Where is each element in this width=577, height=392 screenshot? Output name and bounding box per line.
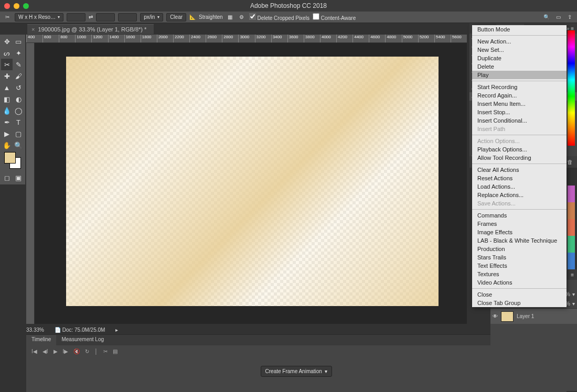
- swap-icon[interactable]: ⇄: [89, 14, 93, 20]
- pen-tool[interactable]: ✒: [1, 116, 13, 128]
- flyout-item[interactable]: Video Actions: [472, 278, 567, 287]
- window-traffic-lights[interactable]: [4, 3, 29, 9]
- status-chevron-icon[interactable]: ▸: [115, 327, 118, 333]
- hand-tool[interactable]: ✋: [1, 139, 13, 151]
- foreground-color-swatch[interactable]: [4, 152, 16, 164]
- zoom-tool[interactable]: 🔍: [13, 139, 24, 151]
- tab-measurement-log[interactable]: Measurement Log: [56, 335, 109, 345]
- straighten-icon[interactable]: 📐: [189, 14, 196, 20]
- flyout-item[interactable]: Delete: [472, 62, 567, 71]
- path-select-tool[interactable]: ▶: [1, 128, 13, 139]
- flyout-item[interactable]: New Set...: [472, 46, 567, 54]
- shape-tool[interactable]: ▢: [13, 128, 24, 139]
- screen-mode-icon[interactable]: ▣: [13, 172, 24, 183]
- overlay-icon[interactable]: ▦: [226, 13, 234, 21]
- flyout-item[interactable]: Clear All Actions: [472, 166, 567, 174]
- move-tool[interactable]: ✥: [1, 36, 13, 47]
- delete-cropped-checkbox[interactable]: Delete Cropped Pixels: [249, 13, 309, 21]
- flyout-item[interactable]: Close Tab Group: [472, 299, 567, 307]
- flyout-item[interactable]: Play: [472, 71, 567, 79]
- color-swatches[interactable]: [1, 151, 24, 172]
- audio-icon[interactable]: 🔇: [73, 349, 80, 354]
- minimize-window-icon[interactable]: [14, 3, 19, 9]
- close-tab-icon[interactable]: ×: [31, 26, 35, 32]
- flyout-item[interactable]: Stars Trails: [472, 253, 567, 262]
- lasso-tool[interactable]: ᔕ: [1, 47, 13, 59]
- document-tab[interactable]: ×1900005.jpg @ 33.3% (Layer 1, RGB/8*) *: [27, 24, 154, 34]
- flyout-item[interactable]: Record Again...: [472, 91, 567, 100]
- play-icon[interactable]: ▶: [54, 349, 58, 354]
- blur-tool[interactable]: 💧: [1, 105, 13, 116]
- crop-width-input[interactable]: [67, 13, 86, 21]
- options-bar: ✂ W x H x Reso… ⇄ px/in Clear 📐 Straight…: [0, 12, 577, 23]
- eyedropper-tool[interactable]: ✎: [13, 59, 24, 70]
- history-brush-tool[interactable]: ↺: [13, 82, 24, 93]
- flyout-item[interactable]: Image Effects: [472, 228, 567, 236]
- flyout-item[interactable]: Load Actions...: [472, 182, 567, 191]
- crop-preset-select[interactable]: W x H x Reso…: [15, 13, 63, 21]
- search-icon[interactable]: 🔍: [542, 13, 551, 21]
- split-icon[interactable]: ✂: [103, 349, 108, 354]
- quick-mask-icon[interactable]: ◻: [1, 172, 13, 183]
- type-tool[interactable]: T: [13, 116, 24, 128]
- flyout-item[interactable]: Insert Conditional...: [472, 116, 567, 125]
- first-frame-icon[interactable]: I◀: [31, 349, 37, 354]
- quick-select-tool[interactable]: ✦: [13, 47, 24, 59]
- flyout-item[interactable]: Allow Tool Recording: [472, 154, 567, 162]
- color-spectrum[interactable]: [568, 30, 575, 146]
- healing-tool[interactable]: ✚: [1, 70, 13, 82]
- content-aware-checkbox[interactable]: Content-Aware: [313, 13, 356, 21]
- flyout-item[interactable]: Replace Actions...: [472, 191, 567, 199]
- clear-button[interactable]: Clear: [166, 13, 186, 21]
- stamp-tool[interactable]: ▲: [1, 82, 13, 93]
- create-frame-animation-button[interactable]: Create Frame Animation ▾: [261, 366, 333, 377]
- flyout-item[interactable]: Start Recording: [472, 83, 567, 91]
- tab-timeline[interactable]: Timeline: [26, 335, 56, 345]
- flyout-item[interactable]: New Action...: [472, 37, 567, 46]
- straighten-label[interactable]: Straighten: [199, 14, 223, 20]
- flyout-item[interactable]: Close: [472, 290, 567, 299]
- document-canvas[interactable]: [66, 57, 439, 306]
- crop-res-input[interactable]: [118, 13, 137, 21]
- zoom-level[interactable]: 33.33%: [26, 327, 44, 333]
- gradient-tool[interactable]: ◐: [13, 93, 24, 105]
- dodge-tool[interactable]: ◯: [13, 105, 24, 116]
- flyout-item[interactable]: Text Effects: [472, 262, 567, 270]
- loop-icon[interactable]: ↻: [85, 349, 89, 354]
- flyout-item[interactable]: Duplicate: [472, 54, 567, 62]
- layer-thumbnail[interactable]: [501, 311, 514, 322]
- visibility-eye-icon[interactable]: 👁: [493, 313, 498, 319]
- flyout-item[interactable]: Playback Options...: [472, 145, 567, 154]
- settings-gear-icon[interactable]: ⚙: [238, 13, 246, 21]
- flyout-item[interactable]: Insert Menu Item...: [472, 100, 567, 108]
- workspace-icon[interactable]: ▭: [554, 13, 562, 21]
- transition-icon[interactable]: ▤: [113, 349, 117, 354]
- actions-flyout-menu[interactable]: Button ModeNew Action...New Set...Duplic…: [472, 25, 567, 307]
- next-frame-icon[interactable]: I▶: [63, 349, 69, 354]
- flyout-item[interactable]: Button Mode: [472, 25, 567, 34]
- trash-icon[interactable]: 🗑: [567, 159, 573, 165]
- crop-height-input[interactable]: [96, 13, 115, 21]
- flyout-item[interactable]: Frames: [472, 220, 567, 228]
- flyout-item[interactable]: Insert Stop...: [472, 108, 567, 116]
- eraser-tool[interactable]: ◧: [1, 93, 13, 105]
- flyout-item[interactable]: LAB - Black & White Technique: [472, 236, 567, 245]
- layers-menu-icon[interactable]: ≡: [568, 270, 577, 279]
- close-window-icon[interactable]: [4, 3, 10, 9]
- layer-name[interactable]: Layer 1: [517, 313, 534, 319]
- flyout-item: Action Options...: [472, 137, 567, 145]
- crop-tool[interactable]: ✂: [1, 59, 13, 70]
- marquee-tool[interactable]: ▭: [13, 36, 24, 47]
- flyout-item[interactable]: Production: [472, 245, 567, 253]
- maximize-window-icon[interactable]: [23, 3, 29, 9]
- flyout-item[interactable]: Textures: [472, 270, 567, 278]
- crop-tool-icon[interactable]: ✂: [3, 13, 12, 21]
- flyout-item[interactable]: Commands: [472, 211, 567, 220]
- prev-frame-icon[interactable]: ◀I: [42, 349, 48, 354]
- layer-row[interactable]: 👁 Layer 1: [490, 308, 577, 324]
- flyout-item[interactable]: Reset Actions: [472, 174, 567, 182]
- swatch-strip[interactable]: [568, 186, 575, 269]
- share-icon[interactable]: ⇪: [565, 13, 574, 21]
- crop-unit-select[interactable]: px/in: [140, 13, 163, 21]
- brush-tool[interactable]: 🖌: [13, 70, 24, 82]
